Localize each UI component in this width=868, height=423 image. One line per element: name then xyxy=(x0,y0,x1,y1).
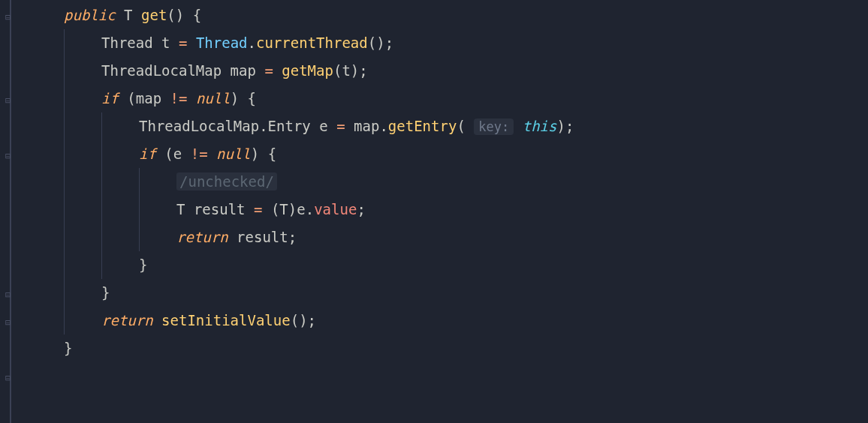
method-call: getMap xyxy=(282,62,333,79)
code-line: return result; xyxy=(64,224,868,251)
parameter-hint: key: xyxy=(474,118,514,135)
code-line: } xyxy=(64,251,868,279)
type-T: T xyxy=(124,7,132,23)
type-thread: Thread xyxy=(101,34,153,51)
keyword-null: null xyxy=(216,146,251,162)
suppressed-comment: /unchecked/ xyxy=(176,172,277,190)
keyword-null: null xyxy=(196,90,231,106)
type-threadlocalmap: ThreadLocalMap xyxy=(101,62,222,79)
code-line: if (map != null) { xyxy=(64,85,868,112)
type-threadlocalmap: ThreadLocalMap xyxy=(139,118,259,134)
code-line: Thread t = Thread.currentThread(); xyxy=(64,29,868,57)
keyword-return: return xyxy=(176,229,228,245)
code-line: public T get() { xyxy=(64,2,868,29)
keyword-if: if xyxy=(139,146,156,162)
fold-end-icon[interactable]: ⊟ xyxy=(5,314,17,325)
fold-end-icon[interactable]: ⊟ xyxy=(5,369,17,380)
code-line: } xyxy=(64,334,868,362)
code-line: return setInitialValue(); xyxy=(64,307,868,334)
code-editor[interactable]: public T get() { Thread t = Thread.curre… xyxy=(0,0,868,362)
keyword-this: this xyxy=(523,118,557,134)
fold-icon[interactable]: ⊟ xyxy=(5,147,17,158)
type-T: T xyxy=(176,201,185,218)
method-name: get xyxy=(141,7,167,23)
code-line: ThreadLocalMap.Entry e = map.getEntry( k… xyxy=(64,112,868,140)
code-line: } xyxy=(64,279,868,307)
keyword-if: if xyxy=(101,90,119,106)
method-call: currentThread xyxy=(256,34,368,51)
editor-gutter: ⊟ ⊟ ⊟ ⊟ ⊟ ⊟ xyxy=(0,0,23,423)
keyword-public: public xyxy=(64,7,116,23)
code-line: /unchecked/ xyxy=(64,168,868,196)
code-line: ThreadLocalMap map = getMap(t); xyxy=(64,57,868,85)
field-value: value xyxy=(314,201,357,218)
code-line: T result = (T)e.value; xyxy=(64,196,868,224)
type-entry: Entry xyxy=(268,118,311,134)
keyword-return: return xyxy=(101,312,153,328)
code-line: if (e != null) { xyxy=(64,140,868,168)
static-class-thread: Thread xyxy=(196,34,248,51)
fold-end-icon[interactable]: ⊟ xyxy=(5,286,17,297)
fold-icon[interactable]: ⊟ xyxy=(5,92,17,103)
method-call: getEntry xyxy=(388,118,457,134)
method-call: setInitialValue xyxy=(161,312,291,328)
fold-icon[interactable]: ⊟ xyxy=(5,8,17,20)
